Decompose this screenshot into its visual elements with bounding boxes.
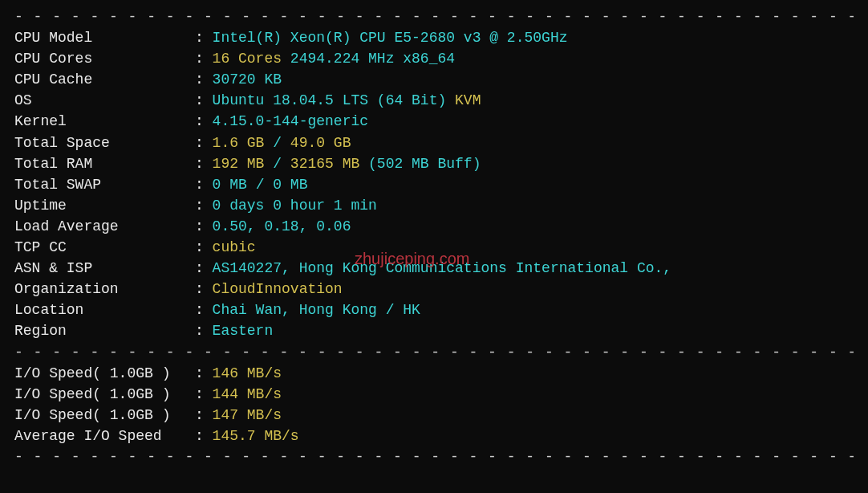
os-name: Ubuntu 18.04.5 LTS (64 Bit) — [213, 92, 447, 108]
load-avg-row: Load Average: 0.50, 0.18, 0.06 — [14, 216, 854, 237]
total-ram-sep: / — [264, 156, 290, 172]
asn-isp-label: ASN & ISP — [14, 258, 195, 279]
os-label: OS — [14, 90, 195, 111]
io-speed-3-row: I/O Speed( 1.0GB ): 147 MB/s — [14, 405, 854, 426]
asn-isp-row: ASN & ISP: AS140227, Hong Kong Communica… — [14, 258, 854, 279]
cpu-cores-freq: 2494.224 MHz x86_64 — [282, 51, 455, 67]
total-swap-used: 0 MB — [213, 177, 247, 193]
region-label: Region — [14, 320, 195, 341]
tcp-cc-row: TCP CC: cubic — [14, 237, 854, 258]
total-ram-total: 32165 MB — [290, 156, 359, 172]
total-ram-buff: (502 MB Buff) — [359, 156, 481, 172]
location-label: Location — [14, 299, 195, 320]
cpu-cores-row: CPU Cores: 16 Cores 2494.224 MHz x86_64 — [14, 48, 854, 69]
cpu-model-row: CPU Model: Intel(R) Xeon(R) CPU E5-2680 … — [14, 27, 854, 48]
total-ram-row: Total RAM: 192 MB / 32165 MB (502 MB Buf… — [14, 153, 854, 174]
io-avg-value: 145.7 MB/s — [213, 428, 299, 444]
location-row: Location: Chai Wan, Hong Kong / HK — [14, 299, 854, 320]
io-speed-2-label: I/O Speed( 1.0GB ) — [14, 384, 195, 405]
region-value: Eastern — [213, 323, 274, 339]
total-space-sep: / — [264, 135, 290, 151]
cpu-model-label: CPU Model — [14, 27, 195, 48]
cpu-cores-count: 16 Cores — [213, 51, 282, 67]
io-speed-1-value: 146 MB/s — [213, 365, 282, 381]
cpu-cores-label: CPU Cores — [14, 48, 195, 69]
kernel-row: Kernel: 4.15.0-144-generic — [14, 111, 854, 132]
organization-label: Organization — [14, 279, 195, 299]
organization-value: CloudInnovation — [213, 281, 343, 297]
kernel-value: 4.15.0-144-generic — [213, 113, 368, 129]
total-swap-total: 0 MB — [273, 177, 307, 193]
total-swap-sep: / — [247, 177, 273, 193]
divider-mid: - - - - - - - - - - - - - - - - - - - - … — [14, 342, 854, 363]
total-ram-label: Total RAM — [14, 153, 195, 174]
region-row: Region: Eastern — [14, 320, 854, 341]
total-swap-row: Total SWAP: 0 MB / 0 MB — [14, 174, 854, 195]
total-ram-used: 192 MB — [213, 156, 265, 172]
divider-bottom: - - - - - - - - - - - - - - - - - - - - … — [14, 446, 854, 467]
io-speed-2-row: I/O Speed( 1.0GB ): 144 MB/s — [14, 384, 854, 405]
uptime-value: 0 days 0 hour 1 min — [213, 198, 377, 214]
io-speed-1-label: I/O Speed( 1.0GB ) — [14, 363, 195, 384]
os-row: OS: Ubuntu 18.04.5 LTS (64 Bit) KVM — [14, 90, 854, 111]
uptime-label: Uptime — [14, 195, 195, 216]
load-avg-value: 0.50, 0.18, 0.06 — [213, 218, 351, 234]
location-value: Chai Wan, Hong Kong / HK — [213, 302, 420, 318]
uptime-row: Uptime: 0 days 0 hour 1 min — [14, 195, 854, 216]
tcp-cc-label: TCP CC — [14, 237, 195, 258]
cpu-model-value: Intel(R) Xeon(R) CPU E5-2680 v3 @ 2.50GH… — [213, 30, 568, 46]
io-speed-2-value: 144 MB/s — [213, 386, 282, 402]
total-space-used: 1.6 GB — [213, 135, 265, 151]
organization-row: Organization: CloudInnovation — [14, 279, 854, 299]
io-avg-row: Average I/O Speed: 145.7 MB/s — [14, 426, 854, 446]
total-space-row: Total Space: 1.6 GB / 49.0 GB — [14, 132, 854, 153]
kernel-label: Kernel — [14, 111, 195, 132]
asn-isp-value: AS140227, Hong Kong Communications Inter… — [213, 260, 672, 276]
io-avg-label: Average I/O Speed — [14, 426, 195, 446]
tcp-cc-value: cubic — [213, 239, 256, 255]
total-space-label: Total Space — [14, 132, 195, 153]
io-speed-1-row: I/O Speed( 1.0GB ): 146 MB/s — [14, 363, 854, 384]
divider-top: - - - - - - - - - - - - - - - - - - - - … — [14, 6, 854, 27]
os-virt: KVM — [446, 92, 481, 108]
io-speed-3-value: 147 MB/s — [213, 407, 282, 423]
cpu-cache-label: CPU Cache — [14, 69, 195, 90]
io-speed-3-label: I/O Speed( 1.0GB ) — [14, 405, 195, 426]
total-space-total: 49.0 GB — [290, 135, 351, 151]
load-avg-label: Load Average — [14, 216, 195, 237]
cpu-cache-value: 30720 KB — [213, 71, 282, 88]
cpu-cache-row: CPU Cache: 30720 KB — [14, 69, 854, 90]
total-swap-label: Total SWAP — [14, 174, 195, 195]
